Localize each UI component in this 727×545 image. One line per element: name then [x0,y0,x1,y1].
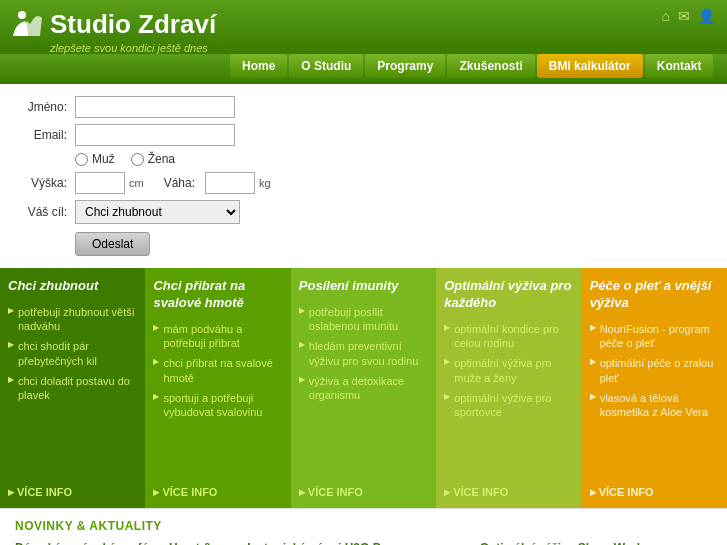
list-item: potřebuji zhubnout větší nadváhu [8,305,137,334]
form-row-jmeno: Jméno: [20,96,707,118]
news-link-0[interactable]: Dámské a pánské parfémy Heart & Soul [15,541,212,545]
list-item: optimální kondice pro celou rodinu [444,322,573,351]
vaha-label: Váha: [164,176,201,190]
card-pribrat: Chci přibrat na svalové hmotě mám podváh… [145,268,290,508]
radio-zena-label[interactable]: Žena [131,152,175,166]
nav-home[interactable]: Home [230,54,287,78]
radio-zena[interactable] [131,153,144,166]
submit-button[interactable]: Odeslat [75,232,150,256]
card-optimalni: Optimální výživa pro každého optimální k… [436,268,581,508]
card-pribrat-more[interactable]: VÍCE INFO [153,486,217,498]
list-item: vlasová a tělová kosmetika z Aloe Vera [590,391,719,420]
nav-o-studiu[interactable]: O Studiu [289,54,363,78]
news-link-1[interactable]: Izotonický nápoj H3O Pro [247,541,392,545]
news-link-2[interactable]: Optimální výživa ShapeWorks [480,541,651,545]
card-imunita: Posílení imunity potřebuji posílit oslab… [291,268,436,508]
header-icons: ⌂ ✉ 👤 [662,8,715,24]
main-nav: Home O Studiu Programy Zkušenosti BMI ka… [0,54,727,84]
news-item-0: Dámské a pánské parfémy Heart & Soul [15,541,247,545]
card-pribrat-title: Chci přibrat na svalové hmotě [153,278,282,312]
email-label: Email: [20,128,75,142]
list-item: chci shodit pár přebytečných kil [8,339,137,368]
card-zhubnout-items: potřebuji zhubnout větší nadváhu chci sh… [8,305,137,403]
list-item: sportuji a potřebuji vybudovat svalovinu [153,391,282,420]
weight-group: Váha: kg [164,172,271,194]
card-pece-more[interactable]: VÍCE INFO [590,486,654,498]
news-item-1: Izotonický nápoj H3O Pro [247,541,479,545]
list-item: hledám preventivní výživu pro svou rodin… [299,339,428,368]
logo-area: Studio Zdraví zlepšete svou kondici ješt… [12,8,216,54]
nav-programy[interactable]: Programy [365,54,445,78]
card-pece-title: Péče o pleť a vnější výživa [590,278,719,312]
email-input[interactable] [75,124,235,146]
card-imunita-more[interactable]: VÍCE INFO [299,486,363,498]
vyska-label: Výška: [20,176,75,190]
list-item: optimální výživa pro sportovce [444,391,573,420]
card-imunita-title: Posílení imunity [299,278,428,295]
cil-label: Váš cíl: [20,205,75,219]
nav-kontakt[interactable]: Kontakt [645,54,714,78]
news-section: NOVINKY & AKTUALITY Dámské a pánské parf… [0,508,727,545]
submit-row: Odeslat [20,232,707,256]
card-pribrat-items: mám podváhu a potřebuji přibrat chci při… [153,322,282,420]
jmeno-label: Jméno: [20,100,75,114]
list-item: chci přibrat na svalové hmotě [153,356,282,385]
user-icon[interactable]: 👤 [698,8,715,24]
card-optimalni-more[interactable]: VÍCE INFO [444,486,508,498]
list-item: potřebuji posílit oslabenou imunitu [299,305,428,334]
header: Studio Zdraví zlepšete svou kondici ješt… [0,0,727,54]
card-zhubnout-more[interactable]: VÍCE INFO [8,486,72,498]
kg-label: kg [259,177,271,189]
radio-muz-label[interactable]: Muž [75,152,115,166]
svg-point-0 [18,11,26,19]
nav-bmi[interactable]: BMI kalkulátor [537,54,643,78]
news-items: Dámské a pánské parfémy Heart & Soul Izo… [15,541,712,545]
email-icon[interactable]: ✉ [678,8,690,24]
radio-muz[interactable] [75,153,88,166]
list-item: optimální výživa pro muže a ženy [444,356,573,385]
form-row-gender: Muž Žena [75,152,707,166]
card-pece-items: NouriFusion - program péče o pleť optimá… [590,322,719,420]
cil-select[interactable]: Chci zhubnout [75,200,240,224]
form-row-height: Výška: cm Váha: kg [20,172,707,194]
card-pece: Péče o pleť a vnější výživa NouriFusion … [582,268,727,508]
home-icon[interactable]: ⌂ [662,8,670,24]
card-optimalni-title: Optimální výživa pro každého [444,278,573,312]
list-item: chci doladit postavu do plavek [8,374,137,403]
vyska-input[interactable] [75,172,125,194]
card-imunita-items: potřebuji posílit oslabenou imunitu hled… [299,305,428,403]
list-item: výživa a detoxikace organismu [299,374,428,403]
height-group: cm [75,172,144,194]
cards-grid: Chci zhubnout potřebuji zhubnout větší n… [0,268,727,508]
logo-icon [12,8,44,40]
nav-zkusenosti[interactable]: Zkušenosti [447,54,534,78]
logo-subtitle: zlepšete svou kondici ještě dnes [50,42,216,54]
form-row-email: Email: [20,124,707,146]
card-zhubnout: Chci zhubnout potřebuji zhubnout větší n… [0,268,145,508]
list-item: optimální péče o zralou pleť [590,356,719,385]
news-item-2: Optimální výživa ShapeWorks [480,541,712,545]
list-item: mám podváhu a potřebuji přibrat [153,322,282,351]
card-zhubnout-title: Chci zhubnout [8,278,137,295]
cm-label: cm [129,177,144,189]
list-item: NouriFusion - program péče o pleť [590,322,719,351]
news-title: NOVINKY & AKTUALITY [15,519,712,533]
form-area: Jméno: Email: Muž Žena Výška: cm Váha: k… [0,84,727,268]
form-row-cil: Váš cíl: Chci zhubnout [20,200,707,224]
vaha-input[interactable] [205,172,255,194]
card-optimalni-items: optimální kondice pro celou rodinu optim… [444,322,573,420]
jmeno-input[interactable] [75,96,235,118]
logo-title: Studio Zdraví [12,8,216,40]
